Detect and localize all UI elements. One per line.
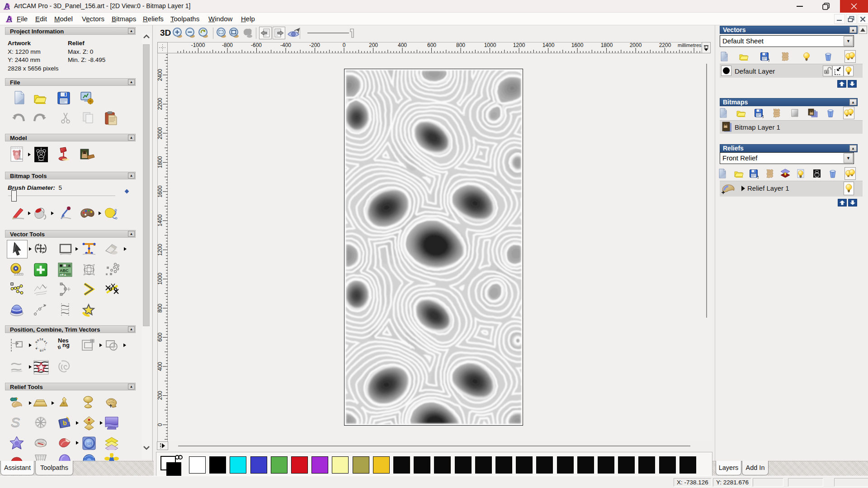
svg-text:1000: 1000	[157, 272, 163, 285]
svg-text:-1000: -1000	[191, 42, 205, 48]
svg-text:1600: 1600	[571, 42, 584, 48]
svg-text:1600: 1600	[157, 185, 163, 197]
svg-text:ti: ti	[57, 344, 61, 350]
svg-text:1000: 1000	[484, 42, 496, 48]
svg-text:1400: 1400	[542, 42, 555, 48]
svg-text:2400: 2400	[157, 69, 163, 81]
svg-text:●■▲: ●■▲	[60, 273, 66, 276]
svg-text:600: 600	[427, 42, 436, 48]
svg-text:S: S	[11, 415, 20, 430]
svg-text:1800: 1800	[157, 156, 163, 168]
svg-text:-800: -800	[222, 42, 233, 48]
svg-text:x t: x t	[43, 340, 48, 345]
svg-text:1400: 1400	[157, 214, 163, 226]
svg-text:2000: 2000	[157, 127, 163, 139]
svg-text:2000: 2000	[630, 42, 642, 48]
svg-text:1800: 1800	[601, 42, 613, 48]
svg-text:0: 0	[157, 423, 163, 426]
svg-text:400: 400	[157, 362, 163, 371]
svg-text:-400: -400	[280, 42, 291, 48]
svg-text:2200: 2200	[157, 98, 163, 110]
svg-text:600: 600	[157, 333, 163, 342]
svg-text:400: 400	[398, 42, 407, 48]
svg-text:ABC: ABC	[60, 268, 69, 273]
svg-text:1200: 1200	[157, 244, 163, 256]
svg-text:t e: t e	[40, 338, 43, 341]
svg-text:-600: -600	[251, 42, 262, 48]
svg-text:millimetres: millimetres	[678, 42, 702, 48]
svg-text:o n: o n	[34, 338, 40, 344]
svg-text:200: 200	[369, 42, 378, 48]
svg-text:800: 800	[157, 304, 163, 313]
svg-text:200: 200	[157, 391, 163, 400]
svg-text:-200: -200	[309, 42, 320, 48]
svg-text:0: 0	[343, 42, 346, 48]
svg-text:1200: 1200	[513, 42, 525, 48]
svg-text:u r: u r	[40, 349, 44, 352]
svg-text:ng: ng	[62, 342, 70, 348]
svg-text:800: 800	[456, 42, 465, 48]
svg-text:2200: 2200	[659, 42, 671, 48]
